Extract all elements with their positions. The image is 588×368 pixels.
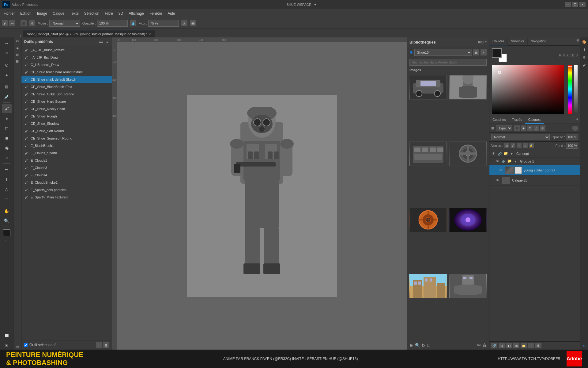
layers-type-dropdown[interactable]: Type [496,125,512,131]
lock-move-icon[interactable]: ↔ [517,143,522,148]
libraries-menu-button[interactable]: ≡ [485,40,487,44]
airbrush-icon[interactable]: 💧 [130,20,136,26]
libraries-search-input[interactable] [409,59,487,66]
tab-couches[interactable]: Couches [489,116,509,124]
library-image-purple[interactable] [449,208,487,232]
library-image-disc[interactable] [409,208,447,232]
rside-cc-icon[interactable]: Cc [581,343,588,350]
mini-icon-1[interactable]: ⚙ [14,38,21,44]
libraries-expand-button[interactable]: ⊞⊞ [478,40,484,44]
screen-mode-2[interactable]: ▣ [2,340,12,350]
lock-checkerboard-icon[interactable]: ⊠ [504,143,509,148]
library-image-car[interactable] [409,75,447,100]
object-select-tool[interactable]: ◈ [2,70,12,79]
tool-selected-checkbox[interactable] [24,343,28,347]
library-image-motor[interactable] [449,141,487,166]
lasso-tool[interactable]: ⊙ [2,60,12,70]
gradient-tool[interactable]: ▣ [2,133,12,143]
tab-calques[interactable]: Calques [525,116,544,124]
libraries-fx-button[interactable]: fx [422,343,425,348]
brush-item[interactable]: 🖌 E_Clouds_Sparth [21,149,112,157]
menu-edition[interactable]: Edition [18,10,34,17]
brush-item[interactable]: 🖌 E_Clouds3 [21,164,112,171]
crop-tool[interactable]: ⊠ [2,82,12,91]
layer-expand-groupe1[interactable]: ▼ [514,160,517,163]
brush-item[interactable]: 🖌 CE_Shue_Hard Square [21,98,112,105]
delete-brush-button[interactable]: 🗑 [103,342,109,348]
brush-item[interactable]: 🖌 CE_Shue brush hard round texture [21,68,112,76]
brush-item[interactable]: 🖌 E_CloudySmoke1 [21,179,112,186]
mode-dropdown[interactable]: Normal [49,20,80,27]
brush-item[interactable]: 🖌 E_Clouds1 [21,157,112,164]
filter-smart-icon[interactable]: ◎ [540,125,545,131]
brush-item[interactable]: 🖌 _A_JJP_brush_texture [21,46,112,54]
libraries-add-button[interactable]: ⊕ [409,343,413,348]
libraries-eye-button[interactable]: 👁 [477,343,481,348]
mini-icon-5[interactable]: ◎ [14,343,21,350]
filter-toggle[interactable] [572,126,578,131]
delete-layer-button[interactable]: 🗑 [535,343,541,348]
flux-input[interactable] [148,20,179,27]
mini-icon-3[interactable]: ⊞ [14,52,21,58]
layer-item-concept[interactable]: 👁 🔗 📁 ▼ Concept [489,150,580,158]
layer-item-calque26[interactable]: 👁 Calque 26 [489,175,580,186]
add-style-button[interactable]: fx [499,343,505,348]
extra-tools[interactable]: ⋮⋮ [2,237,12,246]
filter-pixel-icon[interactable]: ⬛ [514,125,520,131]
tab-navigation[interactable]: Navigation [528,37,550,45]
shape-tool[interactable]: ▭ [2,194,12,204]
brush-item[interactable]: 🖌 E_Sparth_Main Textured [21,194,112,201]
menu-affichage[interactable]: Affichage [126,10,146,17]
filter-text-icon[interactable]: T [527,125,533,131]
menu-calque[interactable]: Calque [50,10,67,17]
brush-item[interactable]: 🖌 CE_Shue_Rough [21,113,112,120]
libraries-list-view[interactable]: ≡ [481,49,487,56]
tab-couleur[interactable]: Couleur [489,37,508,45]
blur-tool[interactable]: ◉ [2,143,12,152]
layer-visibility-soldier[interactable]: 👁 [499,168,503,173]
layer-item-soldier[interactable]: 👁 young soldier portrait [489,165,580,175]
menu-selection[interactable]: Sélection [82,10,102,17]
brush-item[interactable]: 🖌 CE_Shue_Rocky Paint [21,105,112,113]
library-image-engine[interactable] [409,141,447,166]
library-image-soldier[interactable] [449,75,487,100]
layers-menu-button[interactable]: ≡ [575,116,580,124]
menu-filtre[interactable]: Filtre [102,10,115,17]
libraries-trash-button[interactable]: 🗑 [482,343,487,348]
layer-item-groupe1[interactable]: 👁 🔗 📁 ▼ Groupe 1 [489,158,580,165]
libraries-grid-view[interactable]: ⊞ [473,49,479,56]
clone-tool[interactable]: ⊕ [2,114,12,123]
layer-visibility-calque26[interactable]: 👁 [495,178,500,183]
filter-shape-icon[interactable]: △ [533,125,539,131]
mini-icon-2[interactable]: ◈ [14,45,21,51]
filter-adjust-icon[interactable]: ◈ [521,125,526,131]
minimize-button[interactable]: — [565,2,571,7]
fond-value-input[interactable] [566,143,578,149]
zoom-tool[interactable]: 🔍 [2,216,12,225]
brush-item[interactable]: 🖌 C_HB pencil_Draw [21,61,112,68]
rside-settings-icon[interactable]: ⚙ [581,54,588,61]
brush-panel-list-view[interactable]: ≡≡ [98,39,104,44]
layer-expand-concept[interactable]: ▼ [510,152,513,155]
brush-item[interactable]: 🖌 E_BlushBrush1 [21,142,112,149]
brush-item[interactable]: 🖌 CE_Shue_Shadow [21,120,112,127]
maximize-button[interactable]: ❐ [572,2,578,7]
eraser-tool[interactable]: ◻ [2,124,12,133]
brush-item[interactable]: 🖌 _A_JJP_flat_Draw [21,54,112,61]
rside-color-icon[interactable]: 🎨 [581,39,588,45]
brush-item[interactable]: 🖌 E_Clouds4 [21,171,112,179]
menu-image[interactable]: Image [35,10,50,17]
menu-fichier[interactable]: Fichier [1,10,17,17]
rside-info-icon[interactable]: ℹ [581,46,588,53]
add-mask-button[interactable]: ◧ [506,343,512,348]
path-tool[interactable]: △ [2,185,12,194]
brush-item-selected[interactable]: 🖌 CE_Shue chalk default Sketch [21,76,112,83]
libraries-shape-button[interactable]: □ [427,343,430,348]
layer-visibility-concept[interactable]: 👁 [491,151,496,156]
screen-mode[interactable]: ⬜ [2,331,12,340]
canvas-area[interactable]: 0 100 200 300 400 500 0 100 200 300 400 [112,37,407,350]
menu-fenetre[interactable]: Fenêtre [147,10,164,17]
brush-item[interactable]: 🖌 CE_Shue_Supersoft Round [21,135,112,142]
brush-tool[interactable]: 🖌 [2,104,12,113]
libraries-search-button[interactable]: 🔍 [415,343,420,348]
